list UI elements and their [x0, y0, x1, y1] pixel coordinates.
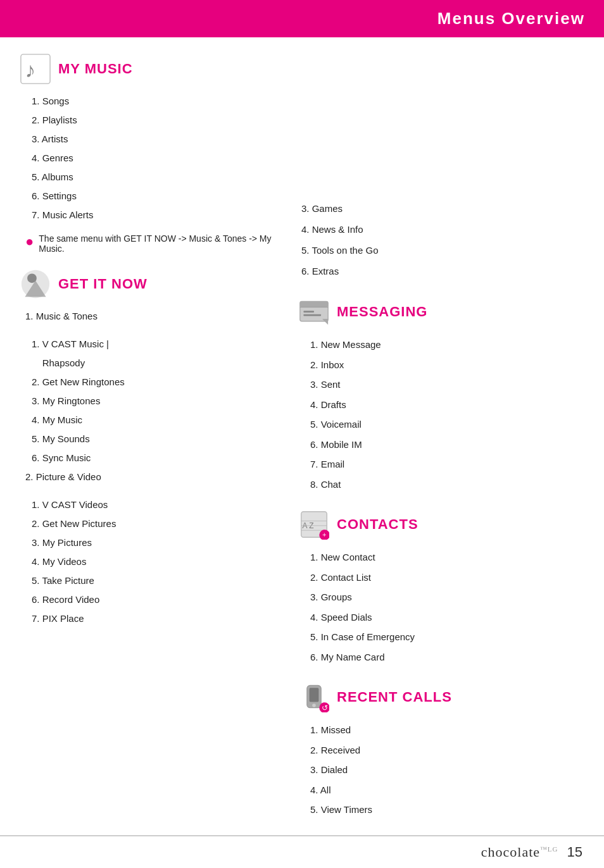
messaging-header: MESSAGING: [298, 295, 585, 328]
list-item: 1. New Message: [310, 335, 585, 355]
recent-calls-icon: ↺: [298, 681, 330, 714]
section-my-music: ♪ MY MUSIC 1. Songs 2. Playlists 3. Arti…: [19, 53, 285, 254]
brand-name: chocolate™LG: [481, 844, 558, 860]
list-item: 6. Extras: [301, 261, 585, 282]
bullet-icon: ●: [25, 233, 34, 250]
list-item: 5. In Case of Emergency: [310, 627, 585, 647]
list-item: 5. Take Picture: [32, 571, 285, 590]
recent-calls-list: 1. Missed 2. Received 3. Dialed 4. All 5…: [298, 720, 585, 820]
list-item: 2. Received: [310, 740, 585, 760]
music-tones-subitems: 1. V CAST Music | Rhapsody 2. Get New Ri…: [19, 335, 285, 468]
get-it-now-content: 1. Music & Tones 1. V CAST Music | Rhaps…: [19, 307, 285, 628]
list-item: 8. Chat: [310, 474, 585, 495]
contacts-title: CONTACTS: [337, 516, 418, 533]
recent-calls-title: RECENT CALLS: [337, 689, 452, 705]
list-item: 1. New Contact: [310, 547, 585, 567]
list-item: 4. Drafts: [310, 395, 585, 415]
brand-text: chocolate: [481, 844, 540, 860]
list-item: 3. Dialed: [310, 760, 585, 780]
list-item: 5. Voicemail: [310, 414, 585, 435]
section-contacts: A Z + CONTACTS 1. New Contact 2. Contact…: [298, 508, 585, 667]
list-item: 6. Sync Music: [32, 449, 285, 468]
section-messaging: MESSAGING 1. New Message 2. Inbox 3. Sen…: [298, 295, 585, 494]
section-get-it-now: GET IT NOW 1. Music & Tones 1. V CAST Mu…: [19, 268, 285, 628]
svg-rect-9: [303, 314, 321, 316]
list-item: 6. Settings: [32, 187, 285, 206]
get-it-now-left: 1. Music & Tones 1. V CAST Music | Rhaps…: [19, 307, 285, 628]
list-item: 1. Music & Tones: [25, 307, 285, 326]
list-item: 4. My Videos: [32, 552, 285, 571]
list-item: 5. Albums: [32, 168, 285, 187]
messaging-list: 1. New Message 2. Inbox 3. Sent 4. Draft…: [298, 335, 585, 494]
list-item: 7. PIX Place: [32, 609, 285, 628]
contacts-icon: A Z +: [298, 508, 330, 541]
note-text: The same menu with GET IT NOW -> Music &…: [39, 233, 285, 254]
list-item: 5. View Timers: [310, 800, 585, 820]
svg-point-20: [312, 704, 316, 707]
list-item: 4. News & Info: [301, 219, 585, 240]
header-title: Menus Overview: [437, 9, 585, 28]
list-item: 5. Tools on the Go: [301, 240, 585, 261]
page-number: 15: [567, 844, 582, 860]
list-item: 4. Genres: [32, 149, 285, 168]
section-recent-calls: ↺ RECENT CALLS 1. Missed 2. Received 3. …: [298, 681, 585, 820]
list-item: 3. Groups: [310, 587, 585, 607]
list-item: 1. V CAST Videos: [32, 495, 285, 514]
page-footer: chocolate™LG 15: [0, 835, 604, 868]
svg-text:+: +: [322, 531, 326, 538]
list-item: 4. Speed Dials: [310, 607, 585, 628]
list-item: 7. Music Alerts: [32, 206, 285, 225]
page-header: Menus Overview: [0, 0, 604, 37]
list-item: 4. All: [310, 780, 585, 800]
list-item: 2. Inbox: [310, 355, 585, 375]
get-it-now-title: GET IT NOW: [58, 276, 148, 292]
svg-rect-6: [300, 301, 328, 307]
messaging-title: MESSAGING: [337, 304, 427, 320]
list-item: 1. Missed: [310, 720, 585, 740]
picture-video-subitems: 1. V CAST Videos 2. Get New Pictures 3. …: [19, 495, 285, 628]
list-item: 7. Email: [310, 454, 585, 474]
svg-rect-8: [303, 311, 314, 313]
brand-suffix: ™LG: [540, 845, 558, 853]
svg-rect-19: [310, 688, 319, 702]
list-item: 3. My Pictures: [32, 533, 285, 552]
my-music-header: ♪ MY MUSIC: [19, 53, 285, 85]
list-item: 2. Get New Ringtones: [32, 373, 285, 392]
svg-text:♪: ♪: [25, 58, 35, 82]
list-item: 3. Sent: [310, 375, 585, 395]
recent-calls-header: ↺ RECENT CALLS: [298, 681, 585, 714]
list-item: 6. Record Video: [32, 590, 285, 609]
list-item: 4. My Music: [32, 411, 285, 430]
list-item: 6. Mobile IM: [310, 435, 585, 455]
list-item: 2. Get New Pictures: [32, 514, 285, 533]
list-item: 3. Games: [301, 198, 585, 219]
music-icon: ♪: [19, 53, 52, 85]
get-it-now-right-items: 3. Games 4. News & Info 5. Tools on the …: [298, 198, 585, 282]
list-item: 3. My Ringtones: [32, 392, 285, 411]
my-music-list: 1. Songs 2. Playlists 3. Artists 4. Genr…: [19, 92, 285, 225]
get-it-now-icon: [19, 268, 52, 301]
get-it-now-header: GET IT NOW: [19, 268, 285, 301]
list-item: 6. My Name Card: [310, 647, 585, 667]
left-column: ♪ MY MUSIC 1. Songs 2. Playlists 3. Arti…: [19, 53, 285, 834]
list-item: 2. Playlists: [32, 111, 285, 130]
list-item: 3. Artists: [32, 130, 285, 149]
get-it-now-extra-list: 3. Games 4. News & Info 5. Tools on the …: [298, 198, 585, 282]
my-music-title: MY MUSIC: [58, 61, 133, 77]
right-column: 3. Games 4. News & Info 5. Tools on the …: [298, 53, 585, 834]
music-tones-list: 1. Music & Tones: [19, 307, 285, 326]
picture-video-list: 2. Picture & Video: [19, 468, 285, 487]
contacts-list: 1. New Contact 2. Contact List 3. Groups…: [298, 547, 585, 667]
list-item: 5. My Sounds: [32, 430, 285, 449]
main-content: ♪ MY MUSIC 1. Songs 2. Playlists 3. Arti…: [0, 37, 604, 846]
contacts-header: A Z + CONTACTS: [298, 508, 585, 541]
list-item: 2. Contact List: [310, 567, 585, 588]
svg-text:↺: ↺: [322, 704, 328, 712]
my-music-note: ● The same menu with GET IT NOW -> Music…: [19, 233, 285, 254]
messaging-icon: [298, 295, 330, 328]
list-item: 1. V CAST Music | Rhapsody: [32, 335, 285, 373]
list-item: 1. Songs: [32, 92, 285, 111]
list-item: 2. Picture & Video: [25, 468, 285, 487]
